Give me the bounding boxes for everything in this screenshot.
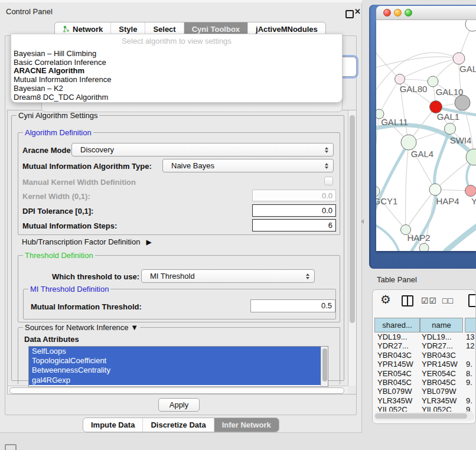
column-header[interactable] [465, 318, 476, 332]
network-window-titlebar[interactable] [376, 6, 476, 20]
apply-button[interactable]: Apply [158, 398, 200, 412]
tab-label: Infer Network [222, 418, 271, 432]
table-cell: YDL19... [422, 332, 452, 341]
hub-definition-disclosure[interactable]: Hub/Transcription Factor Definition▶ [22, 237, 152, 246]
network-edge[interactable] [379, 79, 400, 114]
table-row[interactable]: YDR27...YDR27...12 [373, 341, 475, 350]
table-cell: YPR145W [377, 360, 413, 369]
data-attributes-list[interactable]: SelfLoopsTopologicalCoefficientBetweenne… [28, 346, 328, 387]
mi-steps-field[interactable]: 6 [252, 219, 336, 231]
panel-resize-nub[interactable] [361, 219, 364, 224]
horizontal-scroll-thumb[interactable] [9, 387, 344, 394]
table-cell: YBR045C [377, 378, 412, 387]
algorithm-option[interactable]: ARACNE Algorithm [12, 67, 341, 76]
list-scrollbar[interactable] [321, 347, 328, 386]
column-header[interactable]: shared... [374, 318, 420, 332]
network-edge[interactable] [406, 142, 409, 230]
gear-icon[interactable]: ⚙ [380, 292, 391, 306]
node-label: HAP2 [407, 233, 430, 243]
kernel-width-field[interactable]: 0.0 [252, 190, 336, 201]
data-attribute-item[interactable]: TopologicalCoefficient [29, 356, 321, 366]
mi-threshold-field[interactable]: 0.5 [250, 299, 335, 312]
table-scroll-thumb[interactable] [375, 413, 467, 419]
disclosure-down-icon[interactable]: ▼ [131, 323, 138, 332]
table-horizontal-scrollbar[interactable] [374, 412, 474, 420]
disclosure-right-icon[interactable]: ▶ [146, 238, 151, 246]
settings-scroll-viewport: Cyni Algorithm Settings Algorithm Defini… [7, 110, 357, 394]
select-all-checkboxes-icon[interactable]: ☑☑ [421, 296, 437, 305]
list-scroll-thumb[interactable] [322, 348, 327, 381]
network-node-y[interactable] [465, 185, 476, 197]
table-cell: 9. [466, 378, 472, 387]
dropdown-items: Bayesian – Hill ClimbingBasic Correlatio… [12, 50, 341, 102]
data-attribute-item[interactable]: SelfLoops [29, 347, 321, 356]
tab-infer-network[interactable]: Infer Network [214, 418, 279, 432]
network-node-gal80[interactable] [395, 74, 405, 84]
mi-type-value: Naive Bayes [171, 161, 214, 170]
settings-vertical-scrollbar[interactable] [348, 110, 356, 386]
column-header[interactable]: name [420, 318, 463, 332]
which-threshold-select[interactable]: MI Threshold [141, 269, 315, 283]
node-label: SWI4 [450, 135, 472, 145]
manual-kernel-checkbox[interactable] [324, 177, 333, 185]
network-edge[interactable] [376, 44, 400, 79]
algorithm-option[interactable]: Dream8 DC_TDC Algorithm [12, 93, 341, 102]
tab-label: Impute Data [91, 418, 135, 432]
table-row[interactable]: YBR043CYBR043C [373, 351, 475, 360]
network-view-window[interactable]: GALGAL80GAL10GAL1GAL11SWI4GAL4GCY1HAP4YH… [369, 5, 476, 269]
algorithm-option[interactable]: Mutual Information Inference [12, 76, 341, 84]
algorithm-option[interactable]: Basic Correlation Inference [12, 58, 341, 67]
table-row[interactable]: YBL079WYBL079W [373, 387, 475, 396]
network-node-gcy1[interactable] [376, 186, 380, 197]
data-attribute-item[interactable]: BetweennessCentrality [29, 366, 321, 375]
float-window-icon[interactable] [345, 10, 354, 18]
table-row[interactable]: YDL19...YDL19...13 [373, 332, 475, 341]
network-node[interactable] [465, 20, 476, 31]
close-window-icon[interactable] [383, 9, 391, 17]
table-row[interactable]: YBR045CYBR045C9. [373, 378, 475, 387]
mi-type-select[interactable]: Naive Bayes [162, 159, 334, 172]
table-cell: 9. [466, 405, 472, 412]
zoom-window-icon[interactable] [405, 9, 412, 17]
table-row[interactable]: YIL052CYIL052C9. [373, 405, 475, 412]
network-node[interactable] [419, 243, 429, 251]
network-edge[interactable] [376, 57, 459, 67]
aracne-mode-select[interactable]: Discovery [71, 143, 334, 156]
vertical-scroll-thumb[interactable] [350, 115, 355, 323]
network-node-gal[interactable] [453, 53, 465, 64]
table-function-icon[interactable] [468, 294, 476, 307]
tab-impute-data[interactable]: Impute Data [83, 418, 142, 432]
minimize-window-icon[interactable] [394, 9, 402, 17]
close-panel-icon[interactable]: ✕ [354, 7, 361, 16]
tab-discretize-data[interactable]: Discretize Data [142, 418, 213, 432]
algorithm-definition-group: Algorithm Definition Aracne Mode: Discov… [18, 132, 340, 235]
network-node[interactable] [455, 95, 470, 110]
network-node-gal4[interactable] [401, 135, 416, 150]
deselect-all-checkboxes-icon[interactable]: □□ [442, 296, 454, 305]
sources-title: Sources for Network Inference [25, 323, 129, 332]
settings-horizontal-scrollbar[interactable] [8, 386, 348, 394]
algorithm-option[interactable]: Bayesian – K2 [12, 84, 341, 93]
network-canvas[interactable]: GALGAL80GAL10GAL1GAL11SWI4GAL4GCY1HAP4YH… [376, 20, 476, 251]
network-edge[interactable] [400, 58, 459, 79]
data-attribute-item[interactable]: gal4RGexp [29, 376, 321, 385]
network-node-hap4[interactable] [429, 184, 441, 195]
table-cell: YBL079W [377, 387, 412, 396]
minimized-panel-icon[interactable] [5, 444, 17, 450]
cyni-mode-tabbar: Impute DataDiscretize DataInfer Network [83, 418, 279, 432]
dpi-tolerance-label: DPI Tolerance [0,1]: [22, 207, 93, 216]
table-row[interactable]: YLR345WYLR345W9. [373, 396, 475, 405]
dpi-tolerance-field[interactable]: 0.0 [252, 204, 336, 217]
split-columns-icon[interactable] [402, 295, 413, 306]
table-row[interactable]: YER054CYER054C8. [373, 369, 475, 378]
table-cell: YLR345W [422, 396, 457, 405]
network-node-gal10[interactable] [428, 76, 438, 87]
group-title: MI Threshold Definition [28, 285, 110, 294]
network-edge-thick[interactable] [376, 224, 399, 251]
table-row[interactable]: YPR145WYPR145W9. [373, 360, 475, 369]
network-edge-thick[interactable] [446, 226, 476, 251]
network-node-swi4[interactable] [445, 123, 456, 135]
node-label: GAL10 [436, 87, 464, 97]
network-edge[interactable] [406, 190, 435, 230]
algorithm-option[interactable]: Bayesian – Hill Climbing [12, 50, 341, 58]
